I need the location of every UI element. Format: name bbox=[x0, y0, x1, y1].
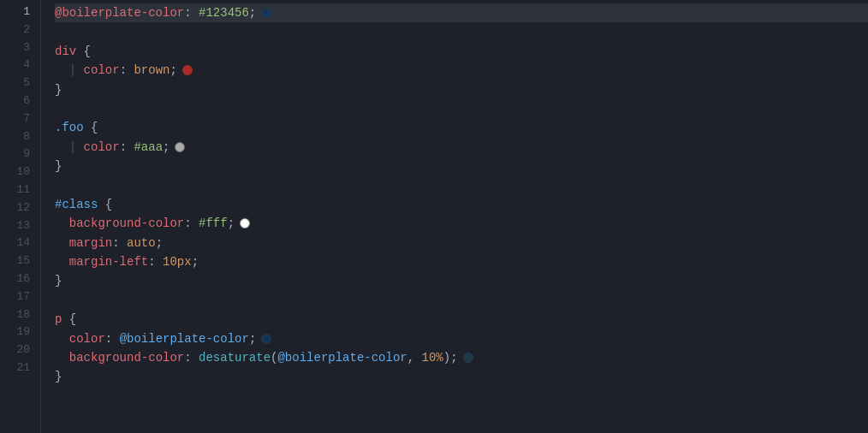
line-number-18: 18 bbox=[0, 306, 40, 324]
token-property-19: background-color bbox=[69, 348, 184, 367]
token-indent-18 bbox=[55, 329, 69, 348]
token-brace-11: { bbox=[98, 195, 112, 214]
token-selector-p: p bbox=[55, 310, 62, 329]
token-semicolon-8: ; bbox=[163, 138, 169, 157]
code-line-14: margin-left: 10px; bbox=[55, 252, 868, 271]
token-brace-15: } bbox=[55, 271, 62, 290]
token-pipe-8: | bbox=[55, 138, 84, 157]
line-number-3: 3 bbox=[0, 39, 40, 57]
code-editor: 1 2 3 4 5 6 7 8 9 10 11 12 13 14 15 16 1… bbox=[0, 0, 868, 433]
token-semicolon-14: ; bbox=[192, 252, 199, 271]
token-pipe-4: | bbox=[55, 61, 84, 80]
line-number-11: 11 bbox=[0, 181, 40, 199]
token-property-14: margin-left bbox=[69, 252, 148, 271]
line-number-1: 1 bbox=[0, 3, 40, 21]
color-swatch-19[interactable] bbox=[463, 353, 473, 363]
token-hex-1: #123456 bbox=[199, 3, 249, 22]
token-semicolon-1: ; bbox=[249, 3, 256, 22]
code-line-20: } bbox=[55, 367, 868, 386]
line-number-16: 16 bbox=[0, 270, 40, 288]
line-number-4: 4 bbox=[0, 56, 40, 74]
line-number-14: 14 bbox=[0, 234, 40, 252]
token-property-13: margin bbox=[69, 234, 112, 252]
line-number-6: 6 bbox=[0, 92, 40, 110]
code-line-6 bbox=[55, 99, 868, 118]
token-paren-open-19: ( bbox=[271, 348, 277, 367]
token-value-18: @boilerplate-color bbox=[120, 329, 249, 348]
code-line-12: background-color: #fff; bbox=[55, 214, 868, 233]
code-line-17: p { bbox=[55, 310, 868, 329]
color-swatch-4[interactable] bbox=[182, 65, 193, 75]
token-comma-19: , bbox=[407, 348, 422, 367]
token-colon-14: : bbox=[148, 252, 163, 271]
color-swatch-8[interactable] bbox=[175, 142, 185, 152]
line-number-19: 19 bbox=[0, 323, 40, 341]
token-brace-5: } bbox=[55, 80, 62, 99]
token-colon-12: : bbox=[184, 214, 199, 233]
token-semicolon-18: ; bbox=[249, 329, 256, 348]
token-brace-9: } bbox=[55, 157, 62, 175]
token-property-4: color bbox=[84, 61, 120, 80]
token-value-13: auto bbox=[127, 234, 156, 252]
token-semicolon-13: ; bbox=[156, 234, 163, 252]
code-line-8: | color: #aaa; bbox=[55, 138, 868, 157]
token-colon-18: : bbox=[105, 329, 120, 348]
token-paren-close-19: ) bbox=[443, 348, 450, 367]
code-line-19: background-color: desaturate(@boilerplat… bbox=[55, 348, 868, 367]
code-line-21 bbox=[55, 387, 868, 406]
token-colon-4: : bbox=[120, 61, 134, 80]
token-colon-8: : bbox=[120, 138, 134, 157]
token-colon-1: : bbox=[184, 3, 199, 22]
code-line-4: | color: brown; bbox=[55, 61, 868, 80]
color-swatch-12[interactable] bbox=[240, 218, 250, 228]
color-swatch-18[interactable] bbox=[261, 334, 271, 344]
token-value-8: #aaa bbox=[134, 138, 163, 157]
token-property-8: color bbox=[84, 138, 120, 157]
code-line-2 bbox=[55, 22, 868, 41]
token-func-19: desaturate bbox=[199, 348, 271, 367]
code-line-7: .foo { bbox=[55, 118, 868, 137]
code-content: @boilerplate-color: #123456; div { | col… bbox=[41, 0, 868, 433]
token-colon-19: : bbox=[184, 348, 199, 367]
token-selector-class: #class bbox=[55, 195, 98, 214]
token-indent-14 bbox=[55, 252, 69, 271]
token-colon-13: : bbox=[112, 234, 127, 252]
token-property-18: color bbox=[69, 329, 105, 348]
code-line-1: @boilerplate-color: #123456; bbox=[55, 3, 868, 22]
token-brace-3: { bbox=[76, 42, 91, 61]
color-swatch-1[interactable] bbox=[261, 8, 271, 18]
code-line-11: #class { bbox=[55, 195, 868, 214]
code-line-5: } bbox=[55, 80, 868, 99]
code-line-9: } bbox=[55, 157, 868, 175]
token-brace-20: } bbox=[55, 367, 62, 386]
line-number-10: 10 bbox=[0, 163, 40, 181]
line-numbers: 1 2 3 4 5 6 7 8 9 10 11 12 13 14 15 16 1… bbox=[0, 0, 41, 433]
line-number-21: 21 bbox=[0, 359, 40, 377]
code-line-18: color: @boilerplate-color; bbox=[55, 329, 868, 348]
token-semicolon-12: ; bbox=[228, 214, 235, 233]
line-number-17: 17 bbox=[0, 288, 40, 306]
token-value-4: brown bbox=[134, 61, 169, 80]
line-number-12: 12 bbox=[0, 199, 40, 217]
token-value-12: #fff bbox=[199, 214, 228, 233]
line-number-15: 15 bbox=[0, 252, 40, 270]
token-selector-div: div bbox=[55, 42, 76, 61]
line-number-9: 9 bbox=[0, 145, 40, 163]
token-semicolon-19: ; bbox=[450, 348, 457, 367]
token-brace-7: { bbox=[84, 118, 98, 137]
token-indent-13 bbox=[55, 234, 69, 252]
line-number-20: 20 bbox=[0, 341, 40, 359]
token-selector-foo: .foo bbox=[55, 118, 84, 137]
token-indent-19 bbox=[55, 348, 69, 367]
line-number-7: 7 bbox=[0, 110, 40, 128]
token-brace-17: { bbox=[62, 310, 76, 329]
code-line-13: margin: auto; bbox=[55, 234, 868, 252]
line-number-5: 5 bbox=[0, 74, 40, 92]
token-value-14: 10px bbox=[163, 252, 192, 271]
token-at-rule-1: @boilerplate-color bbox=[55, 3, 184, 22]
token-indent-12 bbox=[55, 214, 69, 233]
code-line-3: div { bbox=[55, 42, 868, 61]
code-line-15: } bbox=[55, 271, 868, 290]
token-property-12: background-color bbox=[69, 214, 184, 233]
token-var-19: @boilerplate-color bbox=[277, 348, 407, 367]
